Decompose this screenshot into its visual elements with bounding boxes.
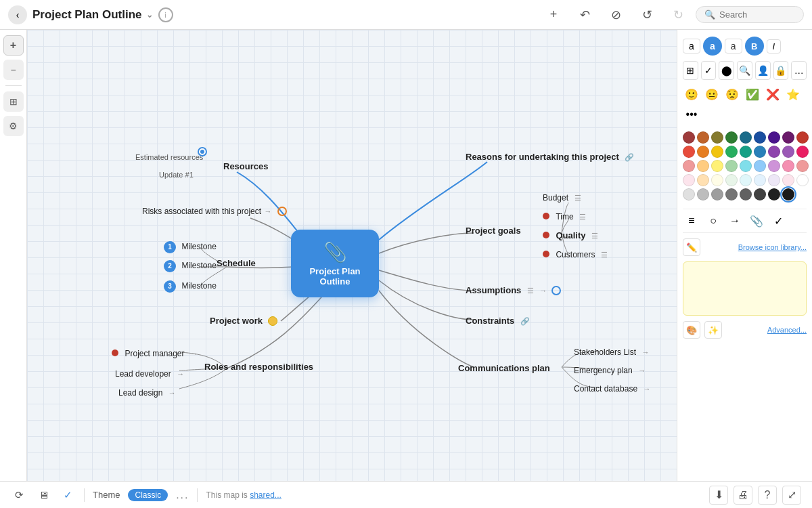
color-swatch[interactable] bbox=[711, 160, 723, 172]
emoji-x-red[interactable]: ❌ bbox=[764, 85, 782, 103]
node-communications[interactable]: Communications plan bbox=[458, 362, 550, 374]
color-swatch[interactable] bbox=[725, 188, 738, 200]
history-icon-btn[interactable]: ⟳ bbox=[11, 487, 27, 503]
color-swatch[interactable] bbox=[711, 188, 723, 200]
back-button[interactable]: ‹ bbox=[8, 5, 27, 24]
color-swatch[interactable] bbox=[725, 160, 738, 172]
bold-button[interactable]: B bbox=[745, 37, 764, 56]
theme-dots-btn[interactable]: ... bbox=[176, 489, 189, 501]
help-icon-btn[interactable]: ? bbox=[758, 486, 777, 505]
expand-icon-btn[interactable]: ⤢ bbox=[782, 486, 801, 505]
search-icon-btn[interactable]: 🔍 bbox=[737, 61, 752, 80]
node-milestone2[interactable]: 2 Milestone bbox=[164, 259, 217, 272]
more-icons-btn[interactable]: … bbox=[791, 61, 807, 80]
redo-alt-button[interactable]: ↶ bbox=[574, 4, 595, 26]
color-swatch[interactable] bbox=[725, 174, 738, 186]
monitor-icon-btn[interactable]: 🖥 bbox=[35, 487, 51, 503]
color-swatch[interactable] bbox=[683, 131, 695, 144]
redo-button[interactable]: ↻ bbox=[667, 4, 689, 26]
theme-badge[interactable]: Classic bbox=[128, 489, 168, 501]
lock-icon-btn[interactable]: 🔒 bbox=[773, 61, 789, 80]
color-swatch[interactable] bbox=[768, 160, 780, 172]
shared-link[interactable]: shared... bbox=[250, 490, 281, 500]
node-project-goals[interactable]: Project goals bbox=[466, 224, 521, 236]
node-emergency[interactable]: Emergency plan → bbox=[574, 364, 646, 376]
color-swatch[interactable] bbox=[697, 146, 709, 158]
color-swatch[interactable] bbox=[683, 174, 695, 186]
node-quality[interactable]: Quality ☰ bbox=[543, 229, 598, 241]
node-customers[interactable]: Customers ☰ bbox=[543, 248, 608, 260]
color-swatch[interactable] bbox=[782, 146, 794, 158]
color-swatch[interactable] bbox=[697, 160, 709, 172]
color-swatch[interactable] bbox=[754, 146, 766, 158]
node-constraints[interactable]: Constraints 🔗 bbox=[466, 314, 530, 326]
node-update1[interactable]: Update #1 bbox=[159, 168, 194, 180]
node-risks[interactable]: Risks associated with this project → bbox=[142, 205, 287, 217]
node-resources[interactable]: Resources bbox=[223, 160, 268, 172]
color-swatch[interactable] bbox=[782, 160, 794, 172]
node-assumptions[interactable]: Assumptions ☰ → bbox=[466, 284, 561, 296]
font-style-outline[interactable]: a bbox=[725, 39, 742, 54]
color-swatch[interactable] bbox=[683, 146, 695, 158]
node-project-manager[interactable]: Project manager → bbox=[112, 347, 198, 359]
download-icon-btn[interactable]: ⬇ bbox=[709, 486, 728, 505]
node-budget[interactable]: Budget ☰ bbox=[543, 191, 581, 203]
node-time[interactable]: Time ☰ bbox=[543, 210, 586, 222]
check-icon-btn[interactable]: ✓ bbox=[701, 61, 717, 80]
note-area[interactable] bbox=[683, 261, 807, 316]
color-swatch-white[interactable] bbox=[796, 174, 809, 186]
node-lead-design[interactable]: Lead design → bbox=[118, 386, 176, 398]
color-swatch[interactable] bbox=[740, 146, 752, 158]
font-style-regular[interactable]: a bbox=[683, 39, 700, 54]
circle-fill-icon-btn[interactable]: ⬤ bbox=[719, 61, 734, 80]
node-milestone3[interactable]: 3 Milestone bbox=[164, 279, 217, 293]
color-swatch[interactable] bbox=[683, 188, 695, 200]
color-swatch[interactable] bbox=[711, 131, 723, 144]
color-swatch[interactable] bbox=[768, 174, 780, 186]
node-roles[interactable]: Roles and responsibilities bbox=[204, 360, 313, 373]
check-shape-btn[interactable]: ✓ bbox=[769, 212, 787, 230]
color-swatch[interactable] bbox=[796, 160, 809, 172]
node-reasons[interactable]: Reasons for undertaking this project 🔗 bbox=[466, 150, 634, 163]
color-swatch[interactable] bbox=[782, 131, 794, 144]
print-icon-btn[interactable]: 🖨 bbox=[734, 486, 752, 505]
grid-icon-btn[interactable]: ⊞ bbox=[683, 61, 698, 80]
layout-button[interactable]: ⊞ bbox=[3, 91, 24, 112]
settings-button[interactable]: ⚙ bbox=[3, 116, 24, 136]
italic-button[interactable]: I bbox=[767, 39, 782, 54]
undo-button[interactable]: ↺ bbox=[636, 4, 658, 26]
color-swatch[interactable] bbox=[740, 160, 752, 172]
color-swatch[interactable] bbox=[740, 131, 752, 144]
paint-icon-btn[interactable]: 🎨 bbox=[683, 321, 700, 339]
emoji-more[interactable]: ••• bbox=[683, 106, 700, 123]
block-button[interactable]: ⊘ bbox=[605, 4, 627, 26]
color-swatch[interactable] bbox=[711, 174, 723, 186]
center-node[interactable]: 📎 Project Plan Outline bbox=[291, 230, 379, 297]
zoom-in-button[interactable]: + bbox=[3, 35, 24, 56]
color-swatch[interactable] bbox=[740, 188, 752, 200]
node-stakeholders[interactable]: Stakeholders List → bbox=[574, 345, 650, 358]
node-estimated-resources[interactable]: Estimated resources bbox=[135, 150, 203, 163]
search-input[interactable] bbox=[719, 9, 794, 20]
emoji-check-green[interactable]: ✅ bbox=[744, 85, 761, 103]
clip-shape-btn[interactable]: 📎 bbox=[748, 212, 765, 230]
node-lead-developer[interactable]: Lead developer → bbox=[115, 367, 184, 379]
color-swatch[interactable] bbox=[754, 174, 766, 186]
check-icon-btn[interactable]: ✓ bbox=[60, 487, 76, 503]
wand-icon-btn[interactable]: ✨ bbox=[704, 321, 722, 339]
node-milestone1[interactable]: 1 Milestone bbox=[164, 240, 217, 253]
circle-shape-btn[interactable]: ○ bbox=[704, 212, 722, 230]
color-swatch[interactable] bbox=[725, 131, 738, 144]
emoji-neutral[interactable]: 😐 bbox=[703, 85, 721, 103]
color-swatch[interactable] bbox=[740, 174, 752, 186]
color-swatch[interactable] bbox=[796, 131, 809, 144]
color-swatch[interactable] bbox=[683, 160, 695, 172]
color-swatch[interactable] bbox=[768, 188, 780, 200]
info-button[interactable]: i bbox=[158, 7, 173, 22]
color-swatch[interactable] bbox=[711, 146, 723, 158]
color-swatch[interactable] bbox=[768, 131, 780, 144]
color-swatch[interactable] bbox=[796, 146, 809, 158]
browse-icon-link[interactable]: Browse icon library... bbox=[738, 243, 807, 251]
color-swatch[interactable] bbox=[754, 188, 766, 200]
font-style-filled[interactable]: a bbox=[703, 37, 722, 56]
